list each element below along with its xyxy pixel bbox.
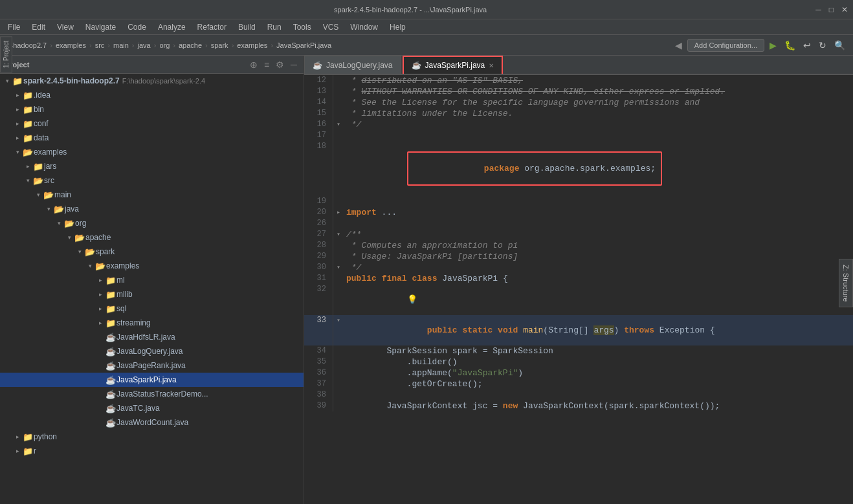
menu-window[interactable]: Window [345, 21, 383, 33]
run-icon[interactable]: ▶ [767, 39, 779, 52]
tree-item-ml[interactable]: ▸ 📁 ml [0, 273, 304, 287]
breadcrumb-main[interactable]: main [113, 41, 129, 49]
tab-javasparkpi-label: JavaSparkPi.java [425, 61, 485, 70]
code-line-37: 37 .getOrCreate(); [304, 378, 853, 389]
tree-item-main[interactable]: ▾ 📂 main [0, 188, 304, 202]
breadcrumb-examples1[interactable]: examples [56, 41, 86, 49]
sidebar-close-icon[interactable]: ─ [289, 58, 298, 71]
menu-help[interactable]: Help [384, 21, 411, 33]
menu-refactor[interactable]: Refactor [192, 21, 232, 33]
fold-marker-16[interactable]: ▾ [337, 121, 340, 128]
menu-view[interactable]: View [52, 21, 79, 33]
code-line-33: 33 ▾ public static void main(String[] ar… [304, 315, 853, 345]
sidebar: Project ⊕ ≡ ⚙ ─ ▾ 📁 spark-2.4.5-bin-hado… [0, 56, 304, 504]
tree-item-r[interactable]: ▸ 📁 r [0, 444, 304, 458]
code-line-28: 28 * Computes an approximation to pi [304, 240, 853, 251]
tree-item-java[interactable]: ▾ 📂 java [0, 202, 304, 216]
maximize-btn[interactable]: □ [829, 5, 834, 14]
tree-item-src[interactable]: ▾ 📂 src [0, 173, 304, 188]
tree-item-python[interactable]: ▸ 📁 python [0, 430, 304, 444]
tree-item-conf[interactable]: ▸ 📁 conf [0, 116, 304, 131]
close-btn[interactable]: ✕ [841, 5, 848, 14]
code-line-14: 14 * See the License for the specific la… [304, 97, 853, 108]
tab-JavaSparkPi[interactable]: ☕ JavaSparkPi.java ✕ [403, 56, 504, 74]
fold-marker-20[interactable]: ▸ [337, 209, 340, 216]
sidebar-expand-icon[interactable]: ⊕ [249, 58, 259, 71]
step-into-icon[interactable]: ↻ [816, 39, 829, 52]
code-line-32: 32 💡 [304, 284, 853, 315]
tab-JavaLogQuery[interactable]: ☕ JavaLogQuery.java [304, 56, 401, 74]
code-line-36: 36 .appName("JavaSparkPi") [304, 367, 853, 378]
tree-item-sql[interactable]: ▸ 📁 sql [0, 301, 304, 316]
tree-item-idea[interactable]: ▸ 📁 .idea [0, 88, 304, 102]
tree-item-JavaStatusTracker[interactable]: ☕ JavaStatusTrackerDemo... [0, 387, 304, 401]
search-everywhere-icon[interactable]: 🔍 [832, 39, 848, 52]
menu-analyze[interactable]: Analyze [153, 21, 191, 33]
tab-close-btn[interactable]: ✕ [489, 62, 494, 69]
code-line-31: 31 public final class JavaSparkPi { [304, 273, 853, 284]
menu-navigate[interactable]: Navigate [80, 21, 121, 33]
tree-item-jars[interactable]: ▸ 📁 jars [0, 159, 304, 173]
tree-item-JavaHdfsLR[interactable]: ☕ JavaHdfsLR.java [0, 330, 304, 344]
fold-marker-30[interactable]: ▾ [337, 264, 340, 271]
tree-item-JavaPageRank[interactable]: ☕ JavaPageRank.java [0, 358, 304, 373]
add-configuration-button[interactable]: Add Configuration... [687, 39, 764, 52]
fold-marker-33[interactable]: ▾ [337, 317, 340, 324]
code-line-16: 16 ▾ */ [304, 119, 853, 130]
breadcrumb-org[interactable]: org [159, 41, 170, 49]
sidebar-gear-icon[interactable]: ⚙ [274, 58, 285, 71]
tree-item-mllib[interactable]: ▸ 📁 mllib [0, 287, 304, 301]
breadcrumb-examples2[interactable]: examples [237, 41, 267, 49]
menu-file[interactable]: File [3, 21, 25, 33]
sidebar-title: Project [5, 61, 245, 69]
breadcrumb-apache[interactable]: apache [179, 41, 202, 49]
tree-item-bin[interactable]: ▸ 📁 bin [0, 102, 304, 116]
breadcrumb-file[interactable]: JavaSparkPi.java [276, 41, 331, 49]
code-line-20: 20 ▸ import ... [304, 207, 853, 218]
code-line-15: 15 * limitations under the License. [304, 108, 853, 119]
file-tree: ▾ 📁 spark-2.4.5-bin-hadoop2.7 F:\hadoop\… [0, 74, 304, 504]
tree-item-spark[interactable]: ▾ 📂 spark [0, 245, 304, 259]
menu-code[interactable]: Code [122, 21, 151, 33]
step-over-icon[interactable]: ↩ [801, 39, 814, 52]
tree-item-streaming[interactable]: ▸ 📁 streaming [0, 316, 304, 330]
tab-javasparkpi-icon: ☕ [412, 61, 421, 70]
breadcrumb-src[interactable]: src [95, 41, 105, 49]
code-line-17: 17 [304, 130, 853, 141]
tree-item-JavaLogQuery[interactable]: ☕ JavaLogQuery.java [0, 344, 304, 358]
editor-content[interactable]: 12 * distributed on an "AS IS" BASIS, 13… [304, 75, 853, 504]
menu-vcs[interactable]: VCS [318, 21, 344, 33]
tree-item-JavaSparkPi[interactable]: ☕ JavaSparkPi.java [0, 373, 304, 387]
code-line-29: 29 * Usage: JavaSparkPi [partitions] [304, 251, 853, 262]
project-tab[interactable]: 1: Project [0, 36, 12, 72]
tree-item-JavaWordCount[interactable]: ☕ JavaWordCount.java [0, 415, 304, 430]
menu-build[interactable]: Build [233, 21, 261, 33]
tree-item-org[interactable]: ▾ 📂 org [0, 216, 304, 230]
navigate-back-icon[interactable]: ◀ [672, 39, 685, 52]
code-line-18: 18 package org.apache.spark.examples; [304, 141, 853, 196]
tree-item-examples[interactable]: ▾ 📂 examples [0, 145, 304, 159]
structure-tab[interactable]: Z: Structure [839, 259, 853, 307]
bulb-icon[interactable]: 💡 [407, 295, 417, 305]
editor-area: ☕ JavaLogQuery.java ☕ JavaSparkPi.java ✕… [304, 56, 853, 504]
minimize-btn[interactable]: ─ [815, 5, 821, 14]
menu-edit[interactable]: Edit [27, 21, 50, 33]
breadcrumb-spark[interactable]: spark [211, 41, 228, 49]
tree-root-project[interactable]: ▾ 📁 spark-2.4.5-bin-hadoop2.7 F:\hadoop\… [0, 74, 304, 88]
menu-tools[interactable]: Tools [288, 21, 316, 33]
toolbar: in-hadoop2.7 › examples › src › main › j… [0, 35, 853, 56]
breadcrumb-java[interactable]: java [138, 41, 151, 49]
window-controls[interactable]: ─ □ ✕ [815, 5, 848, 14]
menu-run[interactable]: Run [262, 21, 287, 33]
tab-javalogquery-icon: ☕ [313, 61, 322, 70]
code-line-26: 26 [304, 218, 853, 229]
tab-javalogquery-label: JavaLogQuery.java [326, 61, 393, 70]
code-line-34: 34 SparkSession spark = SparkSession [304, 345, 853, 356]
tree-item-data[interactable]: ▸ 📁 data [0, 131, 304, 145]
tree-item-JavaTC[interactable]: ☕ JavaTC.java [0, 401, 304, 415]
fold-marker-27[interactable]: ▾ [337, 231, 340, 238]
debug-icon[interactable]: 🐛 [782, 39, 798, 52]
sidebar-settings-icon[interactable]: ≡ [263, 58, 271, 71]
tree-item-examples-sub[interactable]: ▾ 📂 examples [0, 259, 304, 273]
tree-item-apache[interactable]: ▾ 📂 apache [0, 230, 304, 245]
